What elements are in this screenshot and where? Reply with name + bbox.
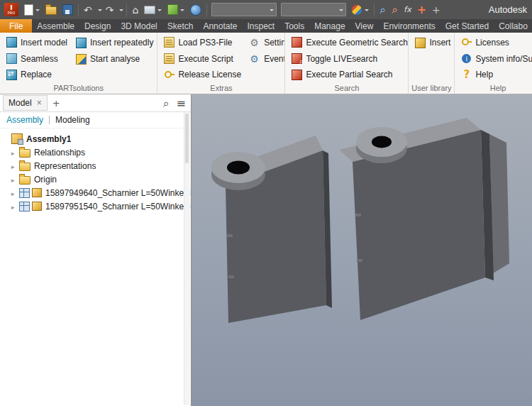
licenses-button[interactable]: Licenses (459, 35, 532, 50)
add-red-button[interactable] (415, 2, 428, 18)
open-file-button[interactable] (43, 2, 59, 18)
application-menu-button[interactable] (2, 2, 21, 18)
cross-gray-button[interactable] (430, 2, 443, 18)
browser-search-button[interactable] (161, 95, 172, 111)
tab-view[interactable]: View (350, 19, 379, 33)
insert-repeatedly-button[interactable]: Insert repeatedly (74, 35, 155, 50)
insert-model-button[interactable]: Insert model (4, 35, 70, 50)
browser-subtabs: Assembly Modeling (0, 112, 191, 128)
fx-parameters-button[interactable] (401, 2, 413, 18)
button-label: Licenses (475, 38, 509, 48)
new-file-button[interactable] (22, 2, 42, 18)
tab-environments[interactable]: Environments (378, 19, 440, 33)
chevron-down-icon[interactable] (98, 9, 102, 13)
tree-item-part-2[interactable]: 15897951540_Scharnier L=50Winkel=90_Supp… (0, 199, 191, 213)
button-label: Start analyse (90, 54, 140, 64)
settings-button[interactable]: Settings (248, 35, 284, 50)
tree-item-representations[interactable]: Representations (0, 159, 191, 172)
tab-assemble[interactable]: Assemble (32, 19, 79, 33)
chevron-right-icon[interactable] (11, 188, 19, 198)
chevron-right-icon[interactable] (11, 175, 19, 185)
chevron-down-icon (180, 9, 184, 13)
replace-button[interactable]: Replace (4, 67, 70, 82)
hinge-seam (228, 275, 234, 278)
hinge-seam (355, 214, 361, 216)
licenses-key-icon (461, 37, 472, 48)
tab-annotate[interactable]: Annotate (198, 19, 242, 33)
browser-scrollbar[interactable] (184, 112, 190, 405)
globe-icon (190, 4, 201, 16)
tree-item-assembly1[interactable]: Assembly1 (0, 132, 191, 146)
tab-tools[interactable]: Tools (279, 19, 309, 33)
tab-file[interactable]: File (0, 19, 32, 33)
scrollbar-thumb[interactable] (185, 114, 189, 163)
browser-tab-model[interactable]: Model (3, 95, 48, 111)
tab-3d-model[interactable]: 3D Model (116, 19, 162, 33)
blue-magnifier-button[interactable] (377, 2, 388, 18)
insert-repeatedly-icon (76, 38, 87, 48)
execute-partial-search-button[interactable]: Execute Partial Search (289, 67, 408, 82)
hinge-pin-hole (227, 161, 250, 175)
undo-button[interactable] (82, 2, 94, 18)
chevron-right-icon[interactable] (11, 148, 19, 158)
execute-geometric-search-button[interactable]: Execute Geometric Search (289, 35, 408, 50)
geometric-search-icon (292, 37, 302, 48)
tab-collaborate[interactable]: Collabo (494, 19, 532, 33)
tree-item-origin[interactable]: Origin (0, 172, 191, 186)
color-override-button[interactable] (349, 2, 371, 18)
user-library-insert-button[interactable]: Insert (413, 35, 453, 50)
button-label: Insert repeatedly (90, 38, 153, 48)
event-handling-button[interactable]: Event handling (248, 51, 284, 67)
button-label: Toggle LIVEsearch (306, 54, 377, 64)
subtab-assembly[interactable]: Assembly (6, 115, 43, 125)
viewport-3d[interactable] (192, 94, 532, 406)
appearance-button[interactable] (165, 2, 187, 18)
tab-sketch[interactable]: Sketch (162, 19, 199, 33)
tree-item-relationships[interactable]: Relationships (0, 146, 191, 159)
browser-menu-button[interactable] (174, 95, 188, 111)
add-browser-tab-button[interactable] (50, 95, 62, 111)
tab-get-started[interactable]: Get Started (440, 19, 494, 33)
load-ps3-file-button[interactable]: Load PS3-File (162, 35, 243, 50)
redo-button[interactable] (104, 2, 116, 18)
web-help-button[interactable] (188, 2, 204, 18)
open-folder-icon (45, 6, 57, 15)
tab-manage[interactable]: Manage (309, 19, 350, 33)
ribbon: Insert model Seamless Replace Insert rep… (0, 33, 532, 94)
chevron-right-icon[interactable] (11, 161, 19, 171)
chevron-right-icon[interactable] (11, 202, 19, 212)
release-license-button[interactable]: Release License (162, 67, 243, 82)
toggle-livesearch-button[interactable]: Toggle LIVEsearch (289, 51, 408, 67)
chevron-down-icon (157, 9, 162, 13)
home-view-button[interactable] (130, 2, 140, 18)
subtab-modeling[interactable]: Modeling (55, 115, 90, 125)
appearance-dropdown[interactable] (281, 3, 346, 16)
tree-item-label: 15897951540_Scharnier L=50Winkel=90_Supp… (45, 202, 191, 212)
execute-script-button[interactable]: Execute Script (162, 51, 243, 67)
save-button[interactable] (60, 2, 75, 18)
load-ps3-file-icon (164, 37, 174, 48)
close-icon[interactable] (37, 98, 42, 108)
chevron-down-icon[interactable] (119, 9, 123, 13)
brand-label: Autodesk (489, 4, 530, 15)
tab-design[interactable]: Design (79, 19, 116, 33)
partial-search-icon (292, 70, 302, 80)
subtab-divider (49, 116, 50, 124)
start-analyse-button[interactable]: Start analyse (74, 51, 155, 67)
component-icon (19, 188, 30, 198)
ribbon-group-label: PARTsolutions (0, 82, 157, 94)
ribbon-group-search: Execute Geometric Search Toggle LIVEsear… (285, 33, 409, 94)
hinge-part-45[interactable] (211, 136, 332, 323)
display-settings-button[interactable] (142, 2, 164, 18)
ribbon-group-label: User library (409, 82, 454, 94)
system-info-button[interactable]: System info/Sup (459, 51, 532, 67)
tab-inspect[interactable]: Inspect (242, 19, 279, 33)
material-dropdown[interactable] (211, 3, 277, 16)
red-magnifier-button[interactable] (389, 2, 400, 18)
ribbon-group-user-library: Insert User library (409, 33, 455, 94)
seamless-button[interactable]: Seamless (4, 51, 70, 67)
tree-item-part-1[interactable]: 15897949640_Scharnier L=50Winkel=45_Supp… (0, 186, 191, 199)
button-label: Execute Partial Search (306, 70, 392, 79)
screen-icon (144, 6, 155, 14)
help-button[interactable]: Help (459, 67, 532, 82)
